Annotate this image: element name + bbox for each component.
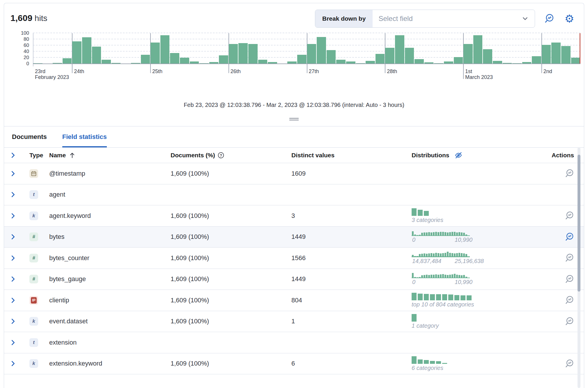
explore-in-lens-button[interactable] — [564, 169, 574, 178]
x-tick-label: 27th — [309, 68, 319, 75]
x-tick-label: 1st — [465, 68, 472, 75]
explore-in-lens-button[interactable] — [564, 211, 574, 221]
histogram-bar[interactable] — [141, 55, 150, 64]
histogram-bar[interactable] — [82, 37, 91, 64]
histogram-bar[interactable] — [180, 58, 189, 64]
panel-resize-handle[interactable] — [289, 117, 299, 121]
distribution-label: 3 categories — [412, 217, 548, 223]
histogram-bar[interactable] — [72, 41, 82, 64]
tab-field-statistics[interactable]: Field statistics — [62, 126, 107, 147]
explore-in-lens-button[interactable] — [564, 295, 574, 305]
histogram-bar[interactable] — [258, 60, 268, 64]
histogram-bar[interactable] — [542, 45, 551, 64]
distinct-values: 6 — [291, 360, 412, 367]
expand-row-button[interactable] — [10, 234, 16, 240]
number-field-icon: # — [29, 232, 38, 241]
field-name: clientip — [49, 297, 69, 304]
histogram-bar[interactable] — [92, 47, 101, 64]
distinct-values: 1 — [291, 318, 412, 325]
expand-row-button[interactable] — [10, 318, 16, 324]
x-tick-label: 28th — [387, 68, 397, 75]
documents-percent: 1,609 (100%) — [171, 170, 209, 177]
x-tick-label: 2nd — [543, 68, 552, 75]
x-tick-label: 24th — [74, 68, 84, 75]
histogram-bar[interactable] — [248, 44, 258, 64]
histogram-bar[interactable] — [219, 55, 228, 64]
tab-bar: DocumentsField statistics — [4, 126, 584, 147]
keyword-field-icon: k — [29, 211, 38, 220]
breakdown-control: Break down by Select field — [315, 10, 535, 28]
histogram-bar[interactable] — [150, 43, 160, 64]
distribution-cell: 1 category — [412, 314, 548, 329]
expand-row-button[interactable] — [10, 213, 16, 219]
y-tick-label: 80 — [4, 36, 29, 42]
histogram-bar[interactable] — [532, 56, 541, 64]
histogram-bar[interactable] — [571, 58, 580, 64]
histogram-bar[interactable] — [102, 60, 111, 64]
field-name: extension — [49, 339, 77, 346]
histogram-bar[interactable] — [561, 46, 571, 64]
explore-in-lens-button[interactable] — [564, 232, 574, 242]
histogram-bar[interactable] — [473, 35, 483, 64]
keyword-field-icon: k — [29, 317, 38, 326]
histogram-bar[interactable] — [405, 48, 414, 64]
histogram-bar[interactable] — [454, 57, 463, 64]
histogram-bar[interactable] — [229, 44, 238, 64]
expand-row-button[interactable] — [10, 297, 16, 304]
expand-row-button[interactable] — [10, 170, 16, 177]
histogram-bar[interactable] — [336, 60, 346, 64]
expand-all-button[interactable] — [10, 152, 16, 158]
explore-in-lens-button[interactable] — [564, 359, 574, 368]
histogram-bar[interactable] — [238, 43, 248, 64]
category-bars — [412, 314, 548, 322]
histogram-bar[interactable] — [160, 35, 170, 64]
expand-row-button[interactable] — [10, 276, 16, 282]
month-label: February 2023 — [35, 74, 69, 80]
histogram-bar[interactable] — [327, 50, 336, 64]
documents-percent: 1,609 (100%) — [171, 275, 209, 283]
column-header-distinct-values[interactable]: Distinct values — [291, 152, 412, 159]
histogram-bar[interactable] — [385, 48, 394, 64]
histogram-min-label: 14,837,484 — [412, 258, 441, 264]
scrollbar-thumb[interactable] — [578, 155, 580, 292]
histogram-bar[interactable] — [376, 54, 385, 64]
chart-options-button[interactable]: ⚙ — [563, 12, 576, 25]
histogram-bar[interactable] — [297, 55, 307, 64]
gear-icon: ⚙ — [564, 13, 574, 24]
histogram-bar[interactable] — [395, 35, 404, 64]
text-field-icon: t — [29, 190, 38, 199]
edit-visualization-button[interactable] — [543, 12, 555, 25]
column-header-documents[interactable]: Documents (%) ? — [171, 152, 291, 159]
explore-in-lens-button[interactable] — [564, 253, 574, 263]
hide-distributions-icon[interactable] — [454, 151, 463, 160]
distinct-values: 1449 — [291, 233, 412, 241]
help-icon[interactable]: ? — [217, 152, 224, 159]
expand-row-button[interactable] — [10, 360, 16, 367]
histogram-bar[interactable] — [551, 43, 561, 64]
category-bars — [412, 208, 548, 216]
table-row-agent.keyword: k agent.keyword 1,609 (100%) 3 3 categor… — [4, 205, 584, 227]
explore-in-lens-button[interactable] — [564, 274, 574, 284]
column-header-name[interactable]: Name — [49, 152, 171, 159]
expand-row-button[interactable] — [10, 339, 16, 346]
hits-histogram: 020406080100 23rdFebruary 202324th25th26… — [4, 30, 584, 81]
table-row-extension.keyword: k extension.keyword 1,609 (100%) 6 6 cat… — [4, 353, 584, 375]
histogram-bar[interactable] — [63, 58, 72, 64]
histogram-bar[interactable] — [415, 59, 424, 64]
breakdown-select[interactable]: Select field — [373, 10, 535, 27]
histogram-bar[interactable] — [463, 44, 473, 64]
histogram-bar[interactable] — [483, 49, 492, 64]
expand-row-button[interactable] — [10, 191, 16, 198]
field-name: extension.keyword — [49, 360, 102, 367]
table-scrollbar[interactable] — [578, 147, 580, 388]
table-row-@timestamp: @timestamp 1,609 (100%) 1609 — [4, 163, 584, 184]
histogram-bar[interactable] — [317, 37, 326, 64]
table-row-bytes_gauge: # bytes_gauge 1,609 (100%) 1449 010,990 — [4, 269, 584, 290]
histogram-bar[interactable] — [170, 53, 179, 64]
explore-in-lens-button[interactable] — [564, 317, 574, 326]
column-header-type[interactable]: Type — [29, 152, 49, 159]
tab-documents[interactable]: Documents — [12, 126, 47, 147]
histogram-bar[interactable] — [307, 44, 316, 64]
distribution-label: top 10 of 804 categories — [412, 301, 548, 308]
expand-row-button[interactable] — [10, 255, 16, 261]
